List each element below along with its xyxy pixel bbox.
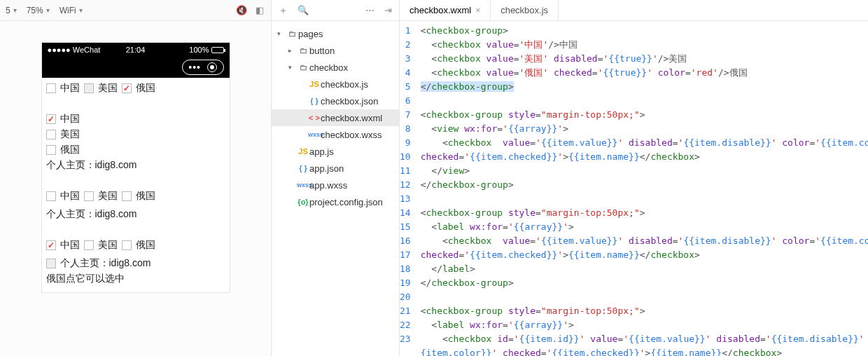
- checkbox[interactable]: [46, 259, 56, 268]
- checkbox[interactable]: [46, 240, 56, 250]
- checkbox-label: 中国: [60, 82, 80, 95]
- tree-label: app.js: [309, 146, 334, 157]
- zoom-value: 75%: [27, 6, 43, 15]
- checkbox-group-4: 中国 美国 俄国 个人主页：idig8.com 俄国点它可以选中: [46, 239, 225, 285]
- home-text: 个人主页：idig8.com: [46, 208, 225, 221]
- carrier-label: ●●●●● WeChat: [48, 46, 106, 54]
- checkbox[interactable]: [46, 114, 56, 124]
- checkbox-label: 美国: [98, 239, 118, 252]
- tree-file[interactable]: wxsscheckbox.wxss: [272, 126, 399, 143]
- checkbox[interactable]: [84, 83, 94, 93]
- checkbox-label: 美国: [98, 82, 118, 95]
- checkbox[interactable]: [84, 240, 94, 250]
- checkbox-label: 中国: [60, 239, 80, 252]
- checkbox-label: 中国: [60, 190, 80, 203]
- layout-icon[interactable]: ◧: [254, 5, 265, 16]
- checkbox-label: 俄国: [136, 82, 155, 95]
- tree-label: pages: [298, 29, 323, 39]
- checkbox[interactable]: [46, 83, 56, 93]
- config-icon: {o}: [297, 198, 309, 206]
- chevron-down-icon: ▾: [79, 6, 83, 14]
- tree-file[interactable]: { }checkbox.json: [272, 93, 399, 109]
- js-icon: JS: [297, 147, 309, 156]
- tree-file[interactable]: { }app.json: [272, 160, 399, 177]
- network-select[interactable]: WiFi▾: [59, 6, 83, 15]
- checkbox-label: 俄国: [60, 144, 80, 156]
- checkbox-label: 俄国: [136, 239, 155, 252]
- folder-icon: 🗀: [297, 63, 309, 71]
- status-bar: ●●●●● WeChat 21:04 100%: [42, 43, 230, 57]
- checkbox-group-1: 中国 美国 俄国: [46, 82, 225, 95]
- zoom-select[interactable]: 75%▾: [27, 6, 50, 15]
- tab-checkbox-wxml[interactable]: checkbox.wxml×: [400, 0, 491, 20]
- tab-label: checkbox.wxml: [410, 5, 471, 15]
- checkbox[interactable]: [122, 83, 132, 93]
- tree-label: app.json: [309, 163, 344, 174]
- tree-folder-checkbox[interactable]: ▾🗀checkbox: [272, 59, 399, 76]
- json-icon: { }: [308, 97, 321, 105]
- tree-label: checkbox: [309, 62, 348, 73]
- code-editor[interactable]: 1234567891011121314151617181920212223 <c…: [400, 21, 868, 356]
- editor-tabs: checkbox.wxml× checkbox.js: [400, 0, 868, 21]
- add-icon[interactable]: ＋: [279, 4, 288, 17]
- file-tree-panel: ＋ 🔍 ⋯ ⇥ ▾🗀pages ▸🗀button ▾🗀checkbox JSch…: [272, 0, 400, 356]
- caret-down-icon: ▾: [277, 30, 286, 37]
- simulator-toolbar: 5▾ 75%▾ WiFi▾ 🔇 ◧: [0, 0, 271, 21]
- tree-file-selected[interactable]: < >checkbox.wxml: [272, 109, 399, 126]
- collapse-icon[interactable]: ⇥: [384, 5, 392, 15]
- checkbox[interactable]: [84, 191, 94, 201]
- clock: 21:04: [106, 46, 165, 54]
- caret-right-icon: ▸: [288, 47, 297, 54]
- tab-label: checkbox.js: [500, 5, 548, 15]
- tree-label: button: [309, 46, 335, 56]
- checkbox-label: 中国: [60, 113, 80, 125]
- tree-label: app.wxss: [309, 180, 347, 191]
- capsule-bar: •••: [42, 57, 230, 78]
- simulator-panel: 5▾ 75%▾ WiFi▾ 🔇 ◧ ●●●●● WeChat 21:04 100…: [0, 0, 272, 356]
- tab-checkbox-js[interactable]: checkbox.js: [491, 0, 559, 20]
- checkbox-label: 美国: [98, 190, 118, 203]
- tree-folder-button[interactable]: ▸🗀button: [272, 42, 399, 59]
- checkbox[interactable]: [46, 145, 56, 155]
- home-text: 个人主页：idig8.com: [46, 159, 225, 172]
- checkbox[interactable]: [46, 130, 56, 139]
- tree-file[interactable]: JSapp.js: [272, 143, 399, 160]
- wxss-icon: wxss: [297, 182, 309, 189]
- close-target-icon[interactable]: [207, 62, 217, 72]
- more-icon[interactable]: •••: [188, 62, 201, 73]
- tree-label: project.config.json: [309, 197, 383, 207]
- checkbox[interactable]: [46, 191, 56, 201]
- checkbox-label: 美国: [60, 128, 80, 141]
- json-icon: { }: [297, 164, 309, 172]
- battery-label: 100%: [189, 46, 209, 54]
- code-content[interactable]: <checkbox-group> <checkbox value='中国'/>中…: [416, 21, 868, 356]
- close-icon[interactable]: ×: [475, 6, 480, 15]
- capsule: •••: [182, 60, 224, 75]
- network-value: WiFi: [59, 6, 76, 15]
- tree-label: checkbox.js: [321, 79, 368, 90]
- phone-frame: ●●●●● WeChat 21:04 100% ••• 中国 美国 俄国: [41, 42, 230, 293]
- tree-label: checkbox.wxml: [321, 113, 382, 123]
- search-icon[interactable]: 🔍: [298, 5, 309, 15]
- tree-file[interactable]: JScheckbox.js: [272, 76, 399, 93]
- checkbox-label: 俄国: [136, 190, 155, 203]
- checkbox-group-2: 中国 美国 俄国 个人主页：idig8.com: [46, 113, 225, 172]
- tree-file[interactable]: wxssapp.wxss: [272, 177, 399, 193]
- tree-label: checkbox.wxss: [321, 130, 382, 140]
- chevron-down-icon: ▾: [46, 6, 50, 14]
- tree-toolbar: ＋ 🔍 ⋯ ⇥: [272, 0, 399, 21]
- checkbox[interactable]: [122, 191, 132, 201]
- mute-icon[interactable]: 🔇: [236, 5, 247, 16]
- tree-file[interactable]: {o}project.config.json: [272, 193, 399, 210]
- checkbox-group-3: 中国 美国 俄国 个人主页：idig8.com: [46, 190, 225, 221]
- more-icon[interactable]: ⋯: [365, 5, 374, 15]
- file-tree: ▾🗀pages ▸🗀button ▾🗀checkbox JScheckbox.j…: [272, 21, 399, 214]
- battery-icon: [211, 47, 224, 53]
- tree-folder-pages[interactable]: ▾🗀pages: [272, 25, 399, 42]
- device-select[interactable]: 5▾: [6, 6, 17, 15]
- tree-label: checkbox.json: [321, 96, 378, 107]
- chevron-down-icon: ▾: [13, 6, 17, 14]
- note-text: 俄国点它可以选中: [46, 273, 225, 285]
- caret-down-icon: ▾: [288, 64, 297, 71]
- checkbox[interactable]: [122, 240, 132, 250]
